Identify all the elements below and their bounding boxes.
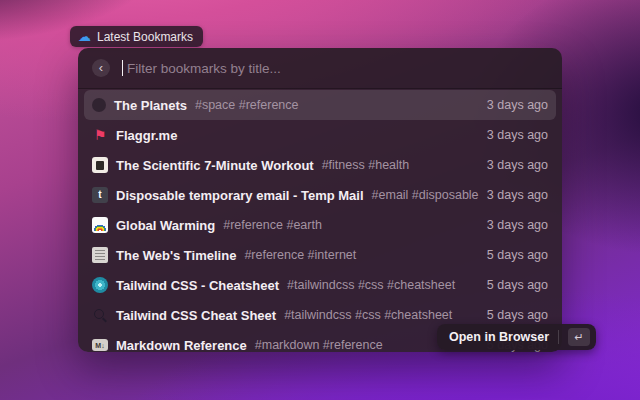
bookmark-title: The Planets	[114, 98, 187, 113]
bookmark-row[interactable]: The Web's Timeline #reference #internet …	[84, 240, 556, 270]
bookmark-row[interactable]: t Disposable temporary email - Temp Mail…	[84, 180, 556, 210]
back-button[interactable]: ‹	[92, 59, 110, 77]
bookmark-time: 3 days ago	[487, 218, 548, 232]
bookmark-time: 3 days ago	[487, 158, 548, 172]
bookmark-title: Tailwind CSS - Cheatsheet	[116, 278, 279, 293]
bookmark-title: Markdown Reference	[116, 338, 247, 353]
text-caret	[122, 60, 123, 76]
bookmark-tags: #tailwindcss #css #cheatsheet	[287, 278, 455, 292]
bookmark-title: Disposable temporary email - Temp Mail	[116, 188, 364, 203]
command-pill-label: Latest Bookmarks	[97, 30, 193, 44]
tailwind-icon	[92, 277, 108, 293]
bookmark-tags: #space #reference	[195, 98, 299, 112]
cloud-icon: ☁	[78, 30, 91, 43]
timeline-icon	[92, 247, 108, 263]
search-bar: ‹	[78, 48, 562, 89]
rainbow-icon	[92, 217, 108, 233]
bookmark-tags: #reference #internet	[244, 248, 356, 262]
bookmark-title: The Web's Timeline	[116, 248, 236, 263]
bookmark-list: The Planets #space #reference 3 days ago…	[78, 90, 562, 352]
bookmark-time: 5 days ago	[487, 248, 548, 262]
bookmark-tags: #reference #earth	[223, 218, 322, 232]
wallpaper: { "command_pill": { "icon": "cloud-icon"…	[0, 0, 640, 400]
bookmark-row[interactable]: Tailwind CSS - Cheatsheet #tailwindcss #…	[84, 270, 556, 300]
markdown-icon: M↓	[92, 339, 108, 351]
bookmark-title: Global Warming	[116, 218, 215, 233]
magnifier-icon	[92, 307, 108, 323]
planet-icon	[92, 98, 106, 112]
enter-key-icon: ↵	[568, 328, 590, 346]
open-in-browser-hint[interactable]: Open in Browser ↵	[437, 324, 596, 350]
bookmark-time: 5 days ago	[487, 308, 548, 322]
workout-icon	[92, 157, 108, 173]
search-input[interactable]	[127, 61, 548, 76]
bookmarks-panel: ‹ The Planets #space #reference 3 days a…	[78, 48, 562, 352]
bookmark-row[interactable]: The Scientific 7-Minute Workout #fitness…	[84, 150, 556, 180]
bookmark-title: Tailwind CSS Cheat Sheet	[116, 308, 276, 323]
command-pill: ☁ Latest Bookmarks	[70, 26, 203, 47]
open-in-browser-label: Open in Browser	[449, 330, 549, 344]
bookmark-title: Flaggr.me	[116, 128, 177, 143]
bookmark-row[interactable]: Global Warming #reference #earth 3 days …	[84, 210, 556, 240]
bookmark-row[interactable]: The Planets #space #reference 3 days ago	[84, 90, 556, 120]
bookmark-row[interactable]: ⚑ Flaggr.me 3 days ago	[84, 120, 556, 150]
bookmark-time: 3 days ago	[487, 188, 548, 202]
flag-icon: ⚑	[92, 127, 108, 143]
chevron-left-icon: ‹	[99, 60, 103, 76]
bookmark-tags: #email #disposable	[372, 188, 479, 202]
bookmark-tags: #fitness #health	[322, 158, 410, 172]
hint-divider	[558, 330, 559, 344]
bookmark-title: The Scientific 7-Minute Workout	[116, 158, 314, 173]
bookmark-tags: #markdown #reference	[255, 338, 383, 352]
bookmark-time: 3 days ago	[487, 98, 548, 112]
bookmark-time: 5 days ago	[487, 278, 548, 292]
bookmark-tags: #tailwindcss #css #cheatsheet	[284, 308, 452, 322]
tempmail-icon: t	[92, 187, 108, 203]
bookmark-time: 3 days ago	[487, 128, 548, 142]
